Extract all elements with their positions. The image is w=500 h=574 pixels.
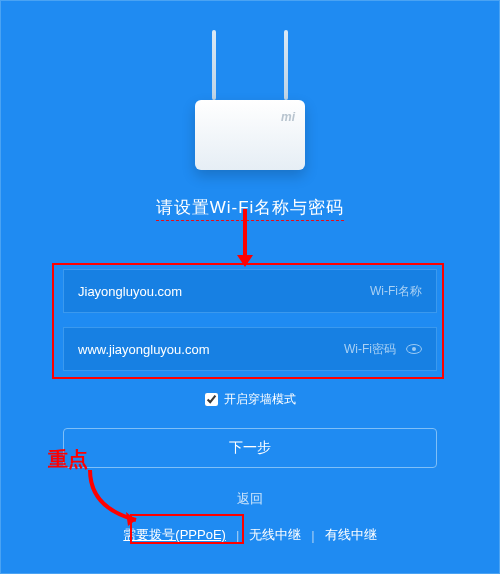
page-title: 请设置Wi-Fi名称与密码 <box>156 196 345 221</box>
back-link[interactable]: 返回 <box>237 490 263 508</box>
wifi-password-label: Wi-Fi密码 <box>344 341 396 358</box>
wifi-password-field[interactable]: www.jiayongluyou.com Wi-Fi密码 <box>63 327 437 371</box>
wall-mode-label: 开启穿墙模式 <box>224 391 296 408</box>
svg-point-1 <box>412 347 416 351</box>
divider: | <box>236 528 239 543</box>
wifi-form: Jiayongluyou.com Wi-Fi名称 www.jiayongluyo… <box>63 269 437 371</box>
pppoe-link[interactable]: 需要拨号(PPPoE) <box>123 526 226 544</box>
wall-mode-checkbox-row[interactable]: 开启穿墙模式 <box>205 391 296 408</box>
router-illustration <box>180 30 320 180</box>
wireless-relay-link[interactable]: 无线中继 <box>249 526 301 544</box>
wifi-password-value: www.jiayongluyou.com <box>78 342 344 357</box>
wifi-name-field[interactable]: Jiayongluyou.com Wi-Fi名称 <box>63 269 437 313</box>
wired-relay-link[interactable]: 有线中继 <box>325 526 377 544</box>
divider: | <box>311 528 314 543</box>
eye-icon[interactable] <box>406 344 422 354</box>
wifi-name-value: Jiayongluyou.com <box>78 284 370 299</box>
wall-mode-checkbox[interactable] <box>205 393 218 406</box>
wifi-name-label: Wi-Fi名称 <box>370 283 422 300</box>
bottom-links: 需要拨号(PPPoE) | 无线中继 | 有线中继 <box>123 526 376 544</box>
next-button[interactable]: 下一步 <box>63 428 437 468</box>
